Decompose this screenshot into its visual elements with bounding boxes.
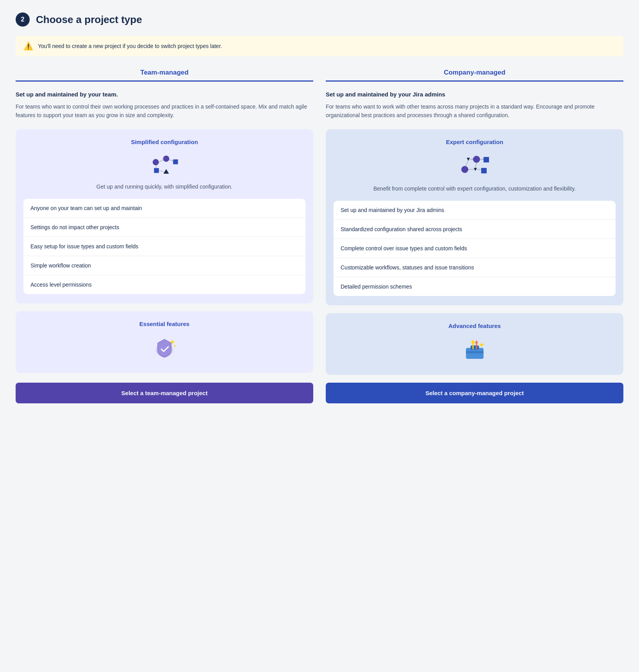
team-managed-column: Team-managed Set up and maintained by yo… [16, 69, 313, 375]
svg-point-1 [163, 155, 169, 162]
svg-marker-36 [475, 340, 478, 343]
bottom-buttons: Select a team-managed project Select a c… [16, 383, 623, 403]
team-features-list: Anyone on your team can set up and maint… [23, 199, 305, 294]
team-managed-subtitle: Set up and maintained by your team. [16, 91, 313, 98]
warning-banner: ⚠️ You'll need to create a new project i… [16, 36, 623, 56]
step-badge: 2 [16, 12, 30, 27]
company-feature-4: Customizable workflows, statuses and iss… [334, 258, 616, 277]
advanced-features-title: Advanced features [334, 323, 616, 329]
warning-icon: ⚠️ [23, 41, 33, 51]
svg-line-8 [159, 170, 164, 171]
page-title: Choose a project type [36, 14, 142, 26]
team-feature-5: Access level permissions [23, 275, 305, 294]
team-feature-1: Anyone on your team can set up and maint… [23, 199, 305, 218]
company-feature-1: Set up and maintained by your Jira admin… [334, 201, 616, 220]
svg-line-25 [475, 163, 477, 168]
essential-features-card: Essential features [16, 311, 313, 373]
company-feature-2: Standardized configuration shared across… [334, 220, 616, 239]
svg-point-17 [473, 156, 480, 163]
svg-line-24 [466, 161, 468, 166]
team-managed-description: For teams who want to control their own … [16, 102, 313, 120]
advanced-features-card: Advanced features [326, 313, 623, 375]
advanced-features-icon [334, 337, 616, 362]
simplified-config-title: Simplified configuration [23, 139, 305, 145]
svg-marker-28 [472, 158, 473, 160]
svg-rect-31 [471, 346, 479, 349]
company-feature-3: Complete control over issue types and cu… [334, 239, 616, 258]
svg-marker-29 [482, 158, 484, 160]
team-managed-tab[interactable]: Team-managed [16, 69, 313, 82]
svg-rect-21 [481, 168, 487, 173]
svg-point-0 [153, 159, 159, 165]
svg-point-19 [461, 166, 468, 173]
select-company-managed-button[interactable]: Select a company-managed project [326, 383, 623, 403]
page-header: 2 Choose a project type [16, 12, 623, 27]
company-managed-subtitle: Set up and maintained by your Jira admin… [326, 91, 623, 98]
warning-text: You'll need to create a new project if y… [38, 43, 222, 49]
svg-marker-4 [163, 169, 169, 174]
columns-wrapper: Team-managed Set up and maintained by yo… [16, 69, 623, 375]
expert-config-title: Expert configuration [334, 139, 616, 145]
svg-rect-18 [484, 157, 489, 162]
team-feature-4: Simple workflow creation [23, 256, 305, 275]
svg-rect-32 [466, 351, 484, 353]
company-managed-description: For teams who want to work with other te… [326, 102, 623, 120]
essential-features-icon [23, 335, 305, 360]
svg-marker-16 [467, 158, 470, 161]
svg-line-7 [156, 165, 157, 168]
svg-point-34 [471, 340, 475, 344]
svg-point-15 [174, 345, 175, 347]
svg-rect-2 [173, 159, 178, 164]
company-managed-column: Company-managed Set up and maintained by… [326, 69, 623, 375]
company-features-list: Set up and maintained by your Jira admin… [334, 201, 616, 296]
company-managed-tab[interactable]: Company-managed [326, 69, 623, 82]
expert-config-icon [334, 153, 616, 178]
simplified-config-icon [23, 153, 305, 176]
team-feature-2: Settings do not impact other projects [23, 218, 305, 237]
simplified-config-card: Simplified configuration [16, 129, 313, 303]
select-team-managed-button[interactable]: Select a team-managed project [16, 383, 313, 403]
expert-config-desc: Benefit from complete control with exper… [334, 185, 616, 193]
expert-config-card: Expert configuration [326, 129, 623, 305]
simplified-config-desc: Get up and running quickly, with simplif… [23, 183, 305, 191]
svg-line-5 [159, 160, 163, 162]
essential-features-title: Essential features [23, 321, 305, 327]
company-feature-5: Detailed permission schemes [334, 277, 616, 296]
svg-marker-20 [474, 168, 477, 171]
svg-rect-3 [154, 168, 159, 173]
team-feature-3: Easy setup for issue types and custom fi… [23, 237, 305, 256]
